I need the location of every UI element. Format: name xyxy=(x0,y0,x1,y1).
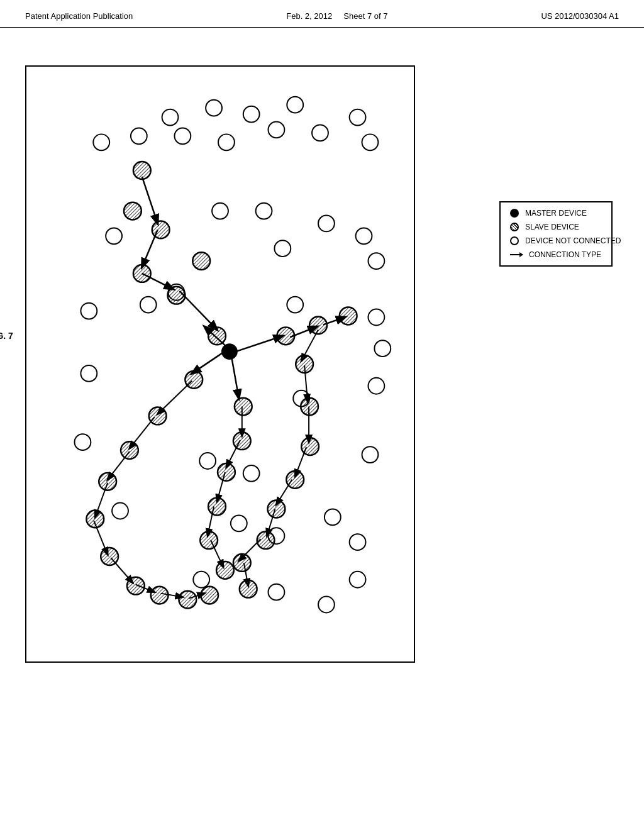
master-label: MASTER DEVICE xyxy=(525,209,587,218)
page-content: FIG. 7 xyxy=(0,28,644,688)
connection-icon xyxy=(510,254,523,255)
figure-container: FIG. 7 xyxy=(25,53,619,663)
svg-point-13 xyxy=(106,228,122,244)
svg-point-75 xyxy=(124,202,142,220)
svg-point-5 xyxy=(287,97,303,113)
svg-point-6 xyxy=(350,109,366,126)
svg-point-27 xyxy=(368,378,384,394)
svg-point-39 xyxy=(269,584,285,600)
svg-point-87 xyxy=(149,407,167,425)
svg-point-100 xyxy=(200,531,218,549)
svg-point-84 xyxy=(340,307,357,325)
svg-line-42 xyxy=(142,177,158,224)
svg-point-105 xyxy=(268,501,286,518)
svg-point-92 xyxy=(127,577,145,595)
legend-connection: CONNECTION TYPE xyxy=(510,250,602,259)
svg-point-9 xyxy=(218,134,235,150)
svg-line-48 xyxy=(231,356,239,399)
svg-point-33 xyxy=(112,503,128,519)
unconnected-label: DEVICE NOT CONNECTED xyxy=(525,236,621,245)
svg-point-17 xyxy=(356,228,372,244)
header-date: Feb. 2, 2012 xyxy=(286,11,332,21)
svg-point-37 xyxy=(350,534,366,550)
svg-point-82 xyxy=(277,327,294,345)
svg-point-15 xyxy=(256,203,272,219)
svg-point-24 xyxy=(368,309,384,326)
svg-point-80 xyxy=(208,327,226,345)
svg-point-31 xyxy=(243,465,260,482)
svg-point-85 xyxy=(296,355,313,373)
master-icon xyxy=(510,209,519,218)
svg-point-3 xyxy=(206,100,222,116)
svg-point-78 xyxy=(168,287,186,304)
header-patent-number: US 2012/0030304 A1 xyxy=(541,11,619,21)
svg-point-103 xyxy=(301,438,319,455)
svg-point-4 xyxy=(243,106,260,123)
svg-point-93 xyxy=(151,587,169,604)
svg-point-104 xyxy=(286,471,304,489)
svg-point-83 xyxy=(309,316,327,334)
svg-point-1 xyxy=(162,109,179,126)
svg-point-30 xyxy=(199,453,216,469)
connection-label: CONNECTION TYPE xyxy=(529,250,601,259)
svg-point-32 xyxy=(362,446,379,463)
svg-line-47 xyxy=(192,350,226,374)
legend-master: MASTER DEVICE xyxy=(510,209,602,218)
svg-point-79 xyxy=(192,252,210,270)
svg-point-12 xyxy=(362,134,379,150)
diagram-box: FIG. 7 xyxy=(25,65,415,663)
svg-point-89 xyxy=(99,473,116,490)
svg-point-95 xyxy=(201,587,218,604)
svg-point-34 xyxy=(231,515,247,531)
svg-point-90 xyxy=(86,510,104,528)
svg-point-16 xyxy=(318,216,335,232)
svg-point-77 xyxy=(133,265,151,282)
svg-point-23 xyxy=(287,297,303,313)
svg-point-41 xyxy=(350,572,366,588)
svg-point-25 xyxy=(374,340,391,357)
header-date-sheet: Feb. 2, 2012 Sheet 7 of 7 xyxy=(286,11,387,21)
svg-point-99 xyxy=(208,498,226,516)
svg-point-94 xyxy=(179,591,196,609)
svg-point-20 xyxy=(80,303,97,319)
header-publication-label: Patent Application Publication xyxy=(25,11,133,21)
svg-point-107 xyxy=(233,554,251,572)
unconnected-icon xyxy=(510,236,519,245)
diagram-svg xyxy=(26,67,414,661)
svg-point-8 xyxy=(174,128,191,144)
svg-point-96 xyxy=(235,398,252,416)
svg-point-2 xyxy=(93,134,109,150)
svg-point-102 xyxy=(301,398,318,416)
svg-point-36 xyxy=(325,509,341,526)
svg-point-38 xyxy=(193,572,209,588)
svg-point-106 xyxy=(257,531,275,549)
svg-point-101 xyxy=(216,562,234,579)
svg-point-76 xyxy=(152,221,170,238)
slave-icon xyxy=(510,223,519,231)
svg-point-91 xyxy=(101,548,118,565)
svg-point-86 xyxy=(185,371,203,389)
fig-label: FIG. 7 xyxy=(0,331,13,341)
svg-point-81 xyxy=(222,344,237,359)
slave-label: SLAVE DEVICE xyxy=(525,223,579,231)
svg-point-40 xyxy=(318,597,335,613)
header-sheet: Sheet 7 of 7 xyxy=(343,11,387,21)
svg-point-18 xyxy=(274,240,291,257)
svg-point-108 xyxy=(240,580,257,598)
svg-point-98 xyxy=(218,463,235,481)
svg-point-97 xyxy=(233,432,251,450)
svg-point-29 xyxy=(75,434,91,450)
svg-point-74 xyxy=(133,162,151,179)
svg-point-11 xyxy=(312,124,328,141)
svg-point-26 xyxy=(80,365,97,382)
page: Patent Application Publication Feb. 2, 2… xyxy=(0,0,644,830)
svg-point-10 xyxy=(269,122,285,138)
svg-point-7 xyxy=(131,128,147,144)
svg-line-49 xyxy=(236,336,283,351)
svg-point-88 xyxy=(121,441,138,459)
svg-point-21 xyxy=(140,297,157,313)
svg-point-19 xyxy=(368,253,384,269)
svg-point-14 xyxy=(212,203,228,219)
legend-slave: SLAVE DEVICE xyxy=(510,223,602,231)
legend-box: MASTER DEVICE SLAVE DEVICE DEVICE NOT CO… xyxy=(499,201,613,267)
